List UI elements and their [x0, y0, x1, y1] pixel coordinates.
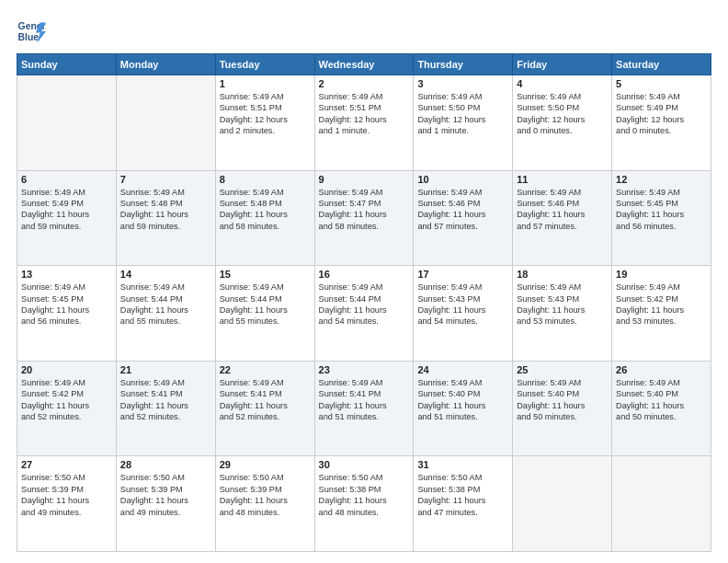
calendar-cell: 10Sunrise: 5:49 AM Sunset: 5:46 PM Dayli…	[414, 170, 513, 266]
calendar-week-row: 20Sunrise: 5:49 AM Sunset: 5:42 PM Dayli…	[17, 361, 711, 456]
day-number: 13	[21, 269, 112, 280]
calendar-cell: 17Sunrise: 5:49 AM Sunset: 5:43 PM Dayli…	[414, 266, 513, 362]
generalblue-logo-icon: General Blue	[17, 17, 46, 46]
day-number: 18	[517, 269, 608, 280]
calendar-header-monday: Monday	[116, 54, 215, 75]
day-number: 3	[417, 78, 508, 89]
day-info: Sunrise: 5:50 AM Sunset: 5:39 PM Dayligh…	[220, 472, 311, 518]
day-number: 26	[616, 364, 707, 375]
day-number: 5	[616, 78, 707, 89]
day-info: Sunrise: 5:49 AM Sunset: 5:48 PM Dayligh…	[220, 187, 311, 233]
calendar-header-row: SundayMondayTuesdayWednesdayThursdayFrid…	[17, 54, 711, 75]
day-info: Sunrise: 5:49 AM Sunset: 5:50 PM Dayligh…	[417, 91, 508, 137]
day-number: 20	[21, 364, 112, 375]
day-info: Sunrise: 5:49 AM Sunset: 5:43 PM Dayligh…	[417, 282, 508, 327]
day-number: 22	[220, 364, 311, 375]
day-info: Sunrise: 5:49 AM Sunset: 5:46 PM Dayligh…	[517, 187, 608, 233]
calendar: SundayMondayTuesdayWednesdayThursdayFrid…	[17, 53, 711, 552]
day-info: Sunrise: 5:49 AM Sunset: 5:51 PM Dayligh…	[220, 91, 311, 137]
calendar-header-sunday: Sunday	[17, 54, 117, 75]
calendar-cell	[17, 75, 117, 171]
day-info: Sunrise: 5:49 AM Sunset: 5:41 PM Dayligh…	[319, 377, 410, 423]
day-number: 11	[517, 174, 608, 185]
calendar-cell: 5Sunrise: 5:49 AM Sunset: 5:49 PM Daylig…	[612, 75, 711, 171]
calendar-cell	[513, 456, 612, 552]
day-info: Sunrise: 5:49 AM Sunset: 5:43 PM Dayligh…	[517, 282, 608, 327]
calendar-header-thursday: Thursday	[414, 54, 513, 75]
day-number: 1	[220, 78, 311, 89]
calendar-cell: 19Sunrise: 5:49 AM Sunset: 5:42 PM Dayli…	[612, 266, 711, 362]
day-number: 9	[319, 174, 410, 185]
day-info: Sunrise: 5:49 AM Sunset: 5:49 PM Dayligh…	[616, 91, 707, 137]
calendar-cell: 8Sunrise: 5:49 AM Sunset: 5:48 PM Daylig…	[215, 170, 314, 266]
day-number: 31	[417, 459, 508, 470]
calendar-cell: 24Sunrise: 5:49 AM Sunset: 5:40 PM Dayli…	[414, 361, 513, 456]
calendar-cell	[116, 75, 215, 171]
day-info: Sunrise: 5:49 AM Sunset: 5:41 PM Dayligh…	[120, 377, 211, 423]
svg-text:Blue: Blue	[18, 32, 40, 42]
day-info: Sunrise: 5:49 AM Sunset: 5:45 PM Dayligh…	[616, 187, 707, 233]
day-info: Sunrise: 5:50 AM Sunset: 5:38 PM Dayligh…	[417, 472, 508, 518]
calendar-cell: 11Sunrise: 5:49 AM Sunset: 5:46 PM Dayli…	[513, 170, 612, 266]
calendar-cell: 13Sunrise: 5:49 AM Sunset: 5:45 PM Dayli…	[17, 266, 117, 362]
calendar-cell: 20Sunrise: 5:49 AM Sunset: 5:42 PM Dayli…	[17, 361, 117, 456]
calendar-cell: 26Sunrise: 5:49 AM Sunset: 5:40 PM Dayli…	[612, 361, 711, 456]
calendar-cell	[612, 456, 711, 552]
day-info: Sunrise: 5:50 AM Sunset: 5:38 PM Dayligh…	[319, 472, 410, 518]
day-info: Sunrise: 5:49 AM Sunset: 5:44 PM Dayligh…	[220, 282, 311, 327]
calendar-cell: 18Sunrise: 5:49 AM Sunset: 5:43 PM Dayli…	[513, 266, 612, 362]
day-number: 25	[517, 364, 608, 375]
day-info: Sunrise: 5:49 AM Sunset: 5:46 PM Dayligh…	[417, 187, 508, 233]
day-number: 15	[220, 269, 311, 280]
day-number: 16	[319, 269, 410, 280]
day-info: Sunrise: 5:50 AM Sunset: 5:39 PM Dayligh…	[21, 472, 112, 518]
calendar-cell: 16Sunrise: 5:49 AM Sunset: 5:44 PM Dayli…	[314, 266, 414, 362]
calendar-header-friday: Friday	[513, 54, 612, 75]
day-number: 28	[120, 459, 211, 470]
day-number: 14	[120, 269, 211, 280]
calendar-cell: 23Sunrise: 5:49 AM Sunset: 5:41 PM Dayli…	[314, 361, 414, 456]
day-info: Sunrise: 5:49 AM Sunset: 5:50 PM Dayligh…	[517, 91, 608, 137]
day-info: Sunrise: 5:49 AM Sunset: 5:40 PM Dayligh…	[616, 377, 707, 423]
logo: General Blue	[17, 17, 46, 46]
day-number: 17	[417, 269, 508, 280]
calendar-header-wednesday: Wednesday	[314, 54, 414, 75]
calendar-cell: 1Sunrise: 5:49 AM Sunset: 5:51 PM Daylig…	[215, 75, 314, 171]
calendar-cell: 31Sunrise: 5:50 AM Sunset: 5:38 PM Dayli…	[414, 456, 513, 552]
day-number: 24	[417, 364, 508, 375]
calendar-week-row: 27Sunrise: 5:50 AM Sunset: 5:39 PM Dayli…	[17, 456, 711, 552]
calendar-cell: 27Sunrise: 5:50 AM Sunset: 5:39 PM Dayli…	[17, 456, 117, 552]
calendar-cell: 6Sunrise: 5:49 AM Sunset: 5:49 PM Daylig…	[17, 170, 117, 266]
day-number: 12	[616, 174, 707, 185]
day-number: 29	[220, 459, 311, 470]
day-number: 10	[417, 174, 508, 185]
day-number: 6	[21, 174, 112, 185]
day-number: 21	[120, 364, 211, 375]
day-info: Sunrise: 5:49 AM Sunset: 5:44 PM Dayligh…	[120, 282, 211, 327]
calendar-cell: 25Sunrise: 5:49 AM Sunset: 5:40 PM Dayli…	[513, 361, 612, 456]
day-info: Sunrise: 5:49 AM Sunset: 5:42 PM Dayligh…	[21, 377, 112, 423]
calendar-cell: 22Sunrise: 5:49 AM Sunset: 5:41 PM Dayli…	[215, 361, 314, 456]
calendar-cell: 30Sunrise: 5:50 AM Sunset: 5:38 PM Dayli…	[314, 456, 414, 552]
day-info: Sunrise: 5:49 AM Sunset: 5:51 PM Dayligh…	[319, 91, 410, 137]
calendar-header-tuesday: Tuesday	[215, 54, 314, 75]
header: General Blue	[17, 17, 711, 46]
day-number: 19	[616, 269, 707, 280]
calendar-cell: 14Sunrise: 5:49 AM Sunset: 5:44 PM Dayli…	[116, 266, 215, 362]
day-number: 23	[319, 364, 410, 375]
calendar-cell: 2Sunrise: 5:49 AM Sunset: 5:51 PM Daylig…	[314, 75, 414, 171]
calendar-header-saturday: Saturday	[612, 54, 711, 75]
day-number: 8	[220, 174, 311, 185]
calendar-cell: 12Sunrise: 5:49 AM Sunset: 5:45 PM Dayli…	[612, 170, 711, 266]
calendar-cell: 9Sunrise: 5:49 AM Sunset: 5:47 PM Daylig…	[314, 170, 414, 266]
day-info: Sunrise: 5:49 AM Sunset: 5:45 PM Dayligh…	[21, 282, 112, 327]
calendar-cell: 15Sunrise: 5:49 AM Sunset: 5:44 PM Dayli…	[215, 266, 314, 362]
calendar-cell: 21Sunrise: 5:49 AM Sunset: 5:41 PM Dayli…	[116, 361, 215, 456]
day-info: Sunrise: 5:50 AM Sunset: 5:39 PM Dayligh…	[120, 472, 211, 518]
day-number: 27	[21, 459, 112, 470]
day-info: Sunrise: 5:49 AM Sunset: 5:42 PM Dayligh…	[616, 282, 707, 327]
calendar-week-row: 6Sunrise: 5:49 AM Sunset: 5:49 PM Daylig…	[17, 170, 711, 266]
day-info: Sunrise: 5:49 AM Sunset: 5:48 PM Dayligh…	[120, 187, 211, 233]
calendar-week-row: 13Sunrise: 5:49 AM Sunset: 5:45 PM Dayli…	[17, 266, 711, 362]
calendar-cell: 7Sunrise: 5:49 AM Sunset: 5:48 PM Daylig…	[116, 170, 215, 266]
